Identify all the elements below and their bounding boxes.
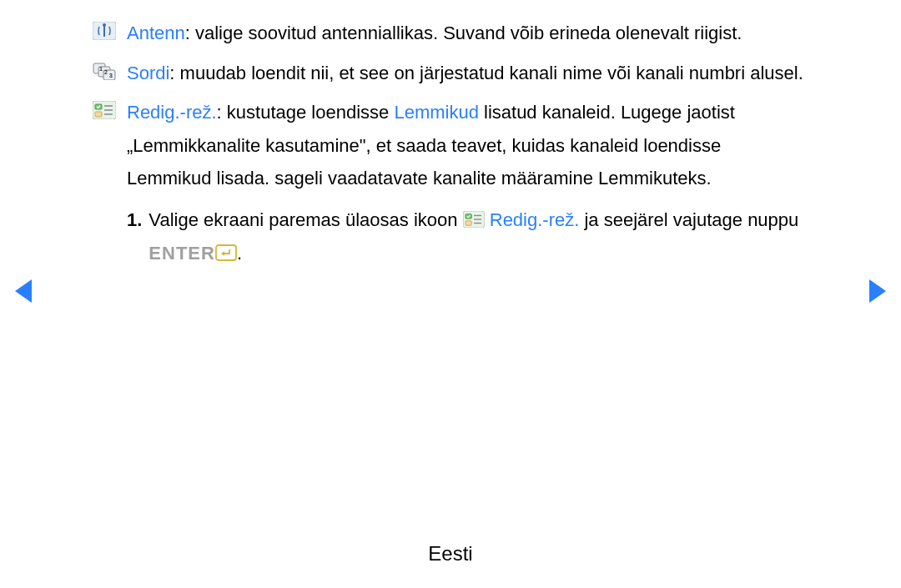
item-text: Redig.-rež.: kustutage loendisse Lemmiku…	[127, 96, 809, 195]
list-item-redig: Redig.-rež.: kustutage loendisse Lemmiku…	[92, 96, 809, 195]
svg-text:3: 3	[109, 73, 113, 78]
sort-icon: 1 2 3	[92, 62, 117, 80]
enter-icon	[215, 244, 237, 261]
item-label: Redig.-rež.	[127, 102, 217, 123]
item-text: Antenn: valige soovitud antenniallikas. …	[127, 17, 809, 50]
step-text-c: .	[237, 243, 242, 264]
step-text-b: ja seejärel vajutage nuppu	[579, 209, 798, 230]
numbered-step-1: 1. Valige ekraani paremas ülaosas ikoon …	[127, 204, 809, 269]
svg-rect-20	[216, 245, 236, 260]
item-body-a: : kustutage loendisse	[217, 102, 395, 123]
nav-prev-icon[interactable]	[15, 279, 32, 303]
enter-label: ENTER	[148, 243, 215, 264]
svg-text:1: 1	[99, 66, 103, 72]
item-label: Antenn	[127, 23, 185, 43]
list-item-antenn: Antenn: valige soovitud antenniallikas. …	[92, 17, 809, 50]
svg-text:2: 2	[104, 69, 108, 75]
step-number: 1.	[127, 204, 142, 237]
nav-next-icon[interactable]	[869, 279, 886, 303]
list-item-sordi: 1 2 3 Sordi: muudab loendit nii, et see …	[92, 57, 809, 90]
item-text: Sordi: muudab loendit nii, et see on jär…	[127, 57, 809, 90]
item-label: Sordi	[127, 63, 169, 83]
step-body: Valige ekraani paremas ülaosas ikoon Red…	[148, 204, 809, 269]
antenna-icon	[92, 22, 117, 40]
edit-mode-icon	[463, 211, 485, 228]
page-footer-language: Eesti	[0, 535, 901, 571]
svg-point-1	[103, 23, 106, 27]
item-highlight: Lemmikud	[394, 102, 478, 123]
svg-rect-13	[95, 112, 102, 117]
item-body: : muudab loendit nii, et see on järjesta…	[169, 63, 803, 83]
step-text-a: Valige ekraani paremas ülaosas ikoon	[148, 209, 462, 230]
item-body: : valige soovitud antenniallikas. Suvand…	[185, 23, 742, 43]
svg-rect-19	[466, 221, 471, 225]
step-label: Redig.-rež.	[485, 209, 580, 230]
edit-mode-icon	[92, 101, 117, 119]
